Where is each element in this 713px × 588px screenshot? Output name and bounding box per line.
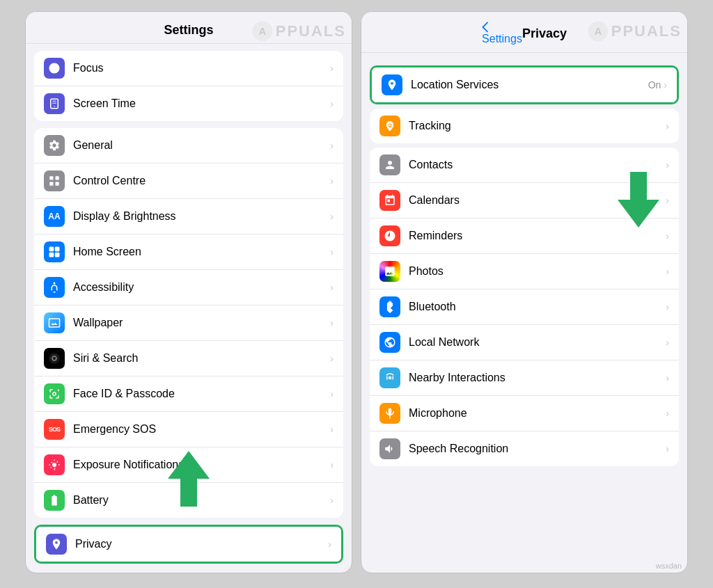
privacy-panel: Settings Privacy A PPUALS Location Servi… (361, 11, 688, 573)
settings-item-contacts[interactable]: Contacts › (370, 148, 679, 183)
home-screen-chevron: › (330, 246, 334, 257)
speech-recognition-chevron: › (666, 443, 669, 454)
location-services-label: Location Services (411, 79, 648, 91)
local-network-chevron: › (666, 337, 669, 348)
control-centre-icon (44, 170, 65, 191)
svg-rect-9 (49, 253, 54, 257)
privacy-header: Settings Privacy (361, 12, 687, 53)
wsxdan-watermark: wsxdan (656, 562, 682, 570)
nearby-interactions-label: Nearby Interactions (409, 372, 666, 384)
display-chevron: › (330, 211, 334, 222)
back-button[interactable]: Settings (482, 22, 522, 45)
location-services-highlighted: Location Services On › (370, 65, 679, 104)
settings-item-location-services[interactable]: Location Services On › (372, 67, 677, 102)
exposure-icon (44, 454, 65, 475)
general-icon (44, 135, 65, 156)
settings-item-photos[interactable]: Photos › (370, 254, 679, 289)
settings-item-exposure[interactable]: Exposure Notifications › (34, 447, 343, 483)
settings-item-nearby-interactions[interactable]: Nearby Interactions › (370, 360, 679, 396)
focus-icon (44, 58, 65, 79)
local-network-label: Local Network (409, 336, 666, 349)
privacy-main-section: Contacts › Calendars › Reminders (370, 148, 679, 466)
svg-rect-5 (49, 182, 53, 186)
wallpaper-chevron: › (330, 317, 334, 328)
settings-item-general[interactable]: General › (34, 128, 343, 164)
settings-item-battery[interactable]: Battery › (34, 483, 343, 518)
settings-panel: Settings A PPUALS Focus › (25, 11, 352, 573)
faceid-icon (44, 383, 65, 404)
control-centre-label: Control Centre (73, 175, 330, 187)
location-services-value: On (648, 79, 661, 90)
settings-item-reminders[interactable]: Reminders › (370, 218, 679, 254)
svg-rect-10 (55, 253, 60, 257)
settings-item-speech-recognition[interactable]: Speech Recognition › (370, 431, 679, 466)
focus-chevron: › (330, 63, 334, 74)
privacy-chevron: › (328, 539, 331, 550)
settings-item-faceid[interactable]: Face ID & Passcode › (34, 376, 343, 412)
settings-item-privacy[interactable]: Privacy › (36, 527, 341, 562)
microphone-label: Microphone (409, 407, 666, 420)
settings-item-bluetooth[interactable]: Bluetooth › (370, 289, 679, 325)
home-screen-icon (44, 241, 65, 262)
top-section-group: Focus › Screen Time › (34, 51, 343, 121)
reminders-icon (379, 225, 400, 246)
settings-header: Settings (26, 12, 352, 44)
photos-icon (379, 261, 400, 282)
emergency-icon: SOS (44, 419, 65, 440)
settings-item-emergency[interactable]: SOS Emergency SOS › (34, 412, 343, 447)
settings-item-local-network[interactable]: Local Network › (370, 325, 679, 360)
tracking-icon (379, 116, 400, 136)
privacy-label: Privacy (75, 538, 328, 550)
emergency-chevron: › (330, 424, 334, 435)
settings-item-calendars[interactable]: Calendars › (370, 183, 679, 218)
settings-item-focus[interactable]: Focus › (34, 51, 343, 86)
wallpaper-icon (44, 312, 65, 333)
main-container: Settings A PPUALS Focus › (0, 0, 713, 588)
siri-label: Siri & Search (73, 352, 330, 365)
privacy-icon (46, 534, 67, 555)
settings-list[interactable]: Focus › Screen Time › General (26, 44, 352, 566)
settings-item-screen-time[interactable]: Screen Time › (34, 86, 343, 121)
settings-item-siri[interactable]: Siri & Search › (34, 341, 343, 376)
svg-rect-8 (55, 247, 60, 252)
tracking-section: Tracking › (370, 109, 679, 143)
exposure-label: Exposure Notifications (73, 459, 330, 471)
contacts-icon (379, 154, 400, 175)
back-label: Settings (482, 33, 522, 45)
battery-label: Battery (73, 494, 330, 507)
siri-chevron: › (330, 353, 334, 364)
local-network-icon (379, 332, 400, 353)
settings-item-display[interactable]: AA Display & Brightness › (34, 199, 343, 235)
nearby-interactions-icon (379, 367, 400, 388)
svg-rect-2 (51, 99, 58, 109)
settings-item-control-centre[interactable]: Control Centre › (34, 164, 343, 199)
location-services-icon (382, 74, 402, 95)
settings-item-wallpaper[interactable]: Wallpaper › (34, 305, 343, 341)
reminders-chevron: › (666, 230, 669, 241)
bluetooth-icon (379, 296, 400, 317)
settings-item-microphone[interactable]: Microphone › (370, 396, 679, 431)
contacts-label: Contacts (409, 159, 666, 171)
general-chevron: › (330, 140, 334, 151)
privacy-settings-list[interactable]: Location Services On › Tracking › (361, 53, 687, 573)
main-section-group: General › Control Centre › AA Display & … (34, 128, 343, 518)
settings-item-accessibility[interactable]: Accessibility › (34, 270, 343, 305)
svg-rect-4 (56, 176, 59, 180)
bluetooth-label: Bluetooth (409, 301, 666, 313)
privacy-title: Privacy (522, 26, 567, 41)
general-label: General (73, 139, 330, 152)
display-label: Display & Brightness (73, 210, 330, 223)
svg-point-12 (49, 353, 60, 364)
svg-rect-3 (49, 176, 53, 180)
svg-point-11 (54, 283, 56, 285)
svg-point-13 (52, 463, 56, 467)
svg-rect-6 (56, 182, 59, 186)
settings-item-tracking[interactable]: Tracking › (370, 109, 679, 143)
calendars-label: Calendars (409, 194, 666, 207)
screen-time-icon (44, 93, 65, 114)
settings-item-home-screen[interactable]: Home Screen › (34, 235, 343, 270)
reminders-label: Reminders (409, 230, 666, 242)
focus-label: Focus (73, 62, 330, 74)
speech-recognition-icon (379, 438, 400, 459)
photos-label: Photos (409, 265, 666, 278)
